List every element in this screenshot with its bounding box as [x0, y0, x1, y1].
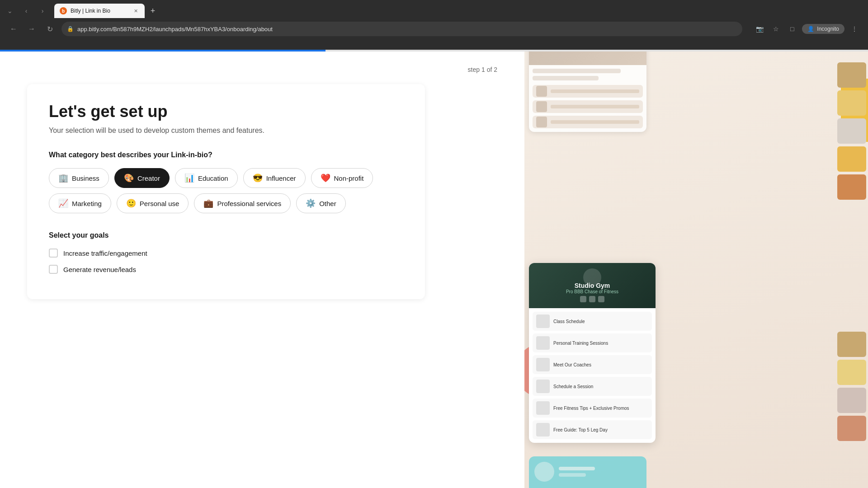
gym-list-items: Class Schedule Personal Training Session… — [529, 308, 656, 443]
category-btn-education[interactable]: 📊 Education — [175, 168, 238, 188]
list-label-1: Class Schedule — [553, 319, 585, 324]
list-item-guide: Free Guide: Top 5 Leg Day — [533, 420, 652, 439]
tab-bar-left: ⌄ ‹ › — [4, 5, 49, 17]
list-item-coaches: Meet Our Coaches — [533, 355, 652, 374]
category-label-business: Business — [72, 174, 99, 182]
active-tab[interactable]: b Bitly | Link in Bio ✕ — [54, 4, 145, 18]
category-grid: 🏢 Business 🎨 Creator 📊 Education 😎 Influ… — [49, 168, 403, 213]
refresh-btn[interactable]: ↻ — [43, 23, 56, 35]
thumb-item-b3 — [837, 388, 866, 413]
goal-checkbox-traffic[interactable] — [49, 249, 58, 258]
star-icon[interactable]: ☆ — [769, 23, 782, 35]
incognito-label: Incognito — [817, 26, 839, 32]
category-btn-professional-services[interactable]: 💼 Professional services — [194, 193, 291, 213]
list-thumb-6 — [536, 423, 550, 436]
incognito-btn[interactable]: 👤 Incognito — [802, 24, 844, 34]
list-thumb-1 — [536, 314, 550, 328]
tab-title: Bitly | Link in Bio — [71, 8, 110, 14]
form-card: Let's get set up Your selection will be … — [27, 84, 425, 299]
gym-tagline: Pro BBB Chase of Fitness — [566, 289, 618, 294]
goal-item-traffic[interactable]: Increase traffic/engagement — [49, 249, 403, 258]
forward-btn[interactable]: › — [36, 5, 49, 17]
instagram-icon — [598, 296, 604, 302]
list-thumb-5 — [536, 401, 550, 415]
right-thumb-strip-top — [835, 61, 868, 202]
category-btn-nonprofit[interactable]: ❤️ Non-profit — [311, 168, 373, 188]
thumb-item-4 — [837, 146, 866, 172]
preview-panel: Studio Gym Pro BBB Chase of Fitness Clas… — [524, 52, 868, 488]
goal-checkbox-revenue[interactable] — [49, 265, 58, 274]
nonprofit-icon: ❤️ — [321, 173, 330, 183]
url-bar[interactable]: 🔒 app.bitly.com/Bn587h9MZH2/launchpads/M… — [61, 22, 742, 36]
list-label-4: Schedule a Session — [553, 384, 593, 389]
gym-social-icons — [566, 296, 618, 302]
right-thumb-strip-bottom — [835, 330, 868, 443]
browser-chrome: ⌄ ‹ › b Bitly | Link in Bio ✕ + ← → ↻ 🔒 … — [0, 0, 868, 50]
category-label-other: Other — [319, 200, 336, 207]
professional-services-icon: 💼 — [203, 198, 213, 208]
list-item-tips: Free Fitness Tips + Exclusive Promos — [533, 399, 652, 418]
tab-bar: ⌄ ‹ › b Bitly | Link in Bio ✕ + — [0, 0, 868, 18]
education-icon: 📊 — [184, 173, 194, 183]
category-label-education: Education — [198, 174, 228, 182]
list-item-schedule: Class Schedule — [533, 312, 652, 331]
personal-use-icon: 🙂 — [126, 198, 136, 208]
creator-icon: 🎨 — [124, 173, 134, 183]
category-btn-marketing[interactable]: 📈 Marketing — [49, 193, 111, 213]
back-nav-btn[interactable]: ← — [7, 23, 20, 35]
gym-header: Studio Gym Pro BBB Chase of Fitness — [529, 263, 656, 308]
list-thumb-4 — [536, 380, 550, 393]
category-btn-personal-use[interactable]: 🙂 Personal use — [117, 193, 189, 213]
other-icon: ⚙️ — [306, 198, 316, 208]
facebook-icon — [589, 296, 595, 302]
thumb-item-1 — [837, 62, 866, 88]
category-btn-business[interactable]: 🏢 Business — [49, 168, 109, 188]
list-label-6: Free Guide: Top 5 Leg Day — [553, 427, 608, 432]
preview-bottom-cyan — [529, 456, 646, 488]
thumb-item-b2 — [837, 360, 866, 385]
category-label-marketing: Marketing — [72, 200, 102, 207]
goals-section: Select your goals Increase traffic/engag… — [49, 231, 403, 274]
goal-item-revenue[interactable]: Generate revenue/leads — [49, 265, 403, 274]
category-label-creator: Creator — [137, 174, 160, 182]
menu-btn[interactable]: ⋮ — [848, 23, 861, 35]
list-item-training: Personal Training Sessions — [533, 333, 652, 352]
form-title: Let's get set up — [49, 102, 403, 121]
browser-actions: 📷 ☆ □ 👤 Incognito ⋮ — [753, 23, 861, 35]
preview-card-top — [529, 52, 646, 132]
goal-label-revenue: Generate revenue/leads — [63, 266, 136, 273]
goal-label-traffic: Increase traffic/engagement — [63, 249, 147, 257]
category-btn-creator[interactable]: 🎨 Creator — [114, 168, 170, 188]
new-tab-btn[interactable]: + — [146, 5, 159, 17]
forward-nav-btn[interactable]: → — [25, 23, 38, 35]
tab-favicon: b — [60, 7, 67, 14]
list-label-5: Free Fitness Tips + Exclusive Promos — [553, 406, 629, 411]
list-thumb-2 — [536, 336, 550, 350]
category-question: What category best describes your Link-i… — [49, 151, 403, 159]
youtube-icon — [580, 296, 586, 302]
category-label-influencer: Influencer — [266, 174, 296, 182]
thumb-item-2 — [837, 90, 866, 116]
page-content: step 1 of 2 Let's get set up Your select… — [0, 52, 868, 488]
thumb-item-b4 — [837, 416, 866, 441]
business-icon: 🏢 — [58, 173, 68, 183]
thumb-item-b1 — [837, 332, 866, 357]
goals-title: Select your goals — [49, 231, 403, 239]
category-btn-influencer[interactable]: 😎 Influencer — [243, 168, 306, 188]
tab-list-btn[interactable]: ⌄ — [4, 5, 16, 17]
influencer-icon: 😎 — [253, 173, 263, 183]
category-label-personal-use: Personal use — [140, 200, 179, 207]
form-subtitle: Your selection will be used to develop c… — [49, 127, 403, 135]
extensions-icon[interactable]: □ — [786, 23, 798, 35]
lock-icon: 🔒 — [67, 26, 74, 32]
tab-close-btn[interactable]: ✕ — [132, 7, 139, 14]
category-label-professional-services: Professional services — [217, 200, 281, 207]
category-btn-other[interactable]: ⚙️ Other — [296, 193, 346, 213]
back-btn[interactable]: ‹ — [20, 5, 33, 17]
list-label-2: Personal Training Sessions — [553, 341, 608, 346]
main-area: step 1 of 2 Let's get set up Your select… — [0, 52, 524, 488]
url-text: app.bitly.com/Bn587h9MZH2/launchpads/Mn5… — [77, 26, 273, 33]
thumb-item-5 — [837, 174, 866, 200]
preview-gym-card: Studio Gym Pro BBB Chase of Fitness Clas… — [529, 263, 656, 443]
camera-icon[interactable]: 📷 — [753, 23, 766, 35]
